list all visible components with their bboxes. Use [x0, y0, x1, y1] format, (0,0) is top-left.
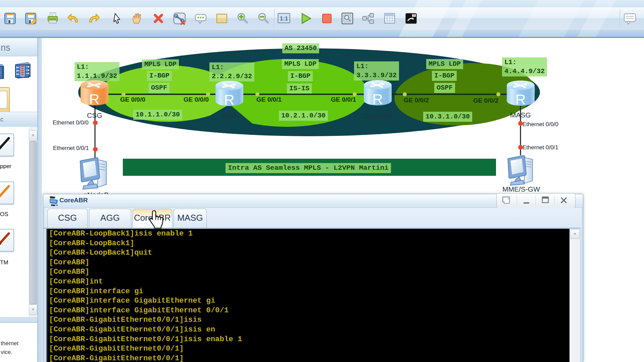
svg-text:R: R — [515, 91, 526, 106]
svg-text:R: R — [89, 91, 99, 106]
svg-text:R: R — [372, 91, 383, 106]
svg-text:R: R — [224, 92, 234, 107]
